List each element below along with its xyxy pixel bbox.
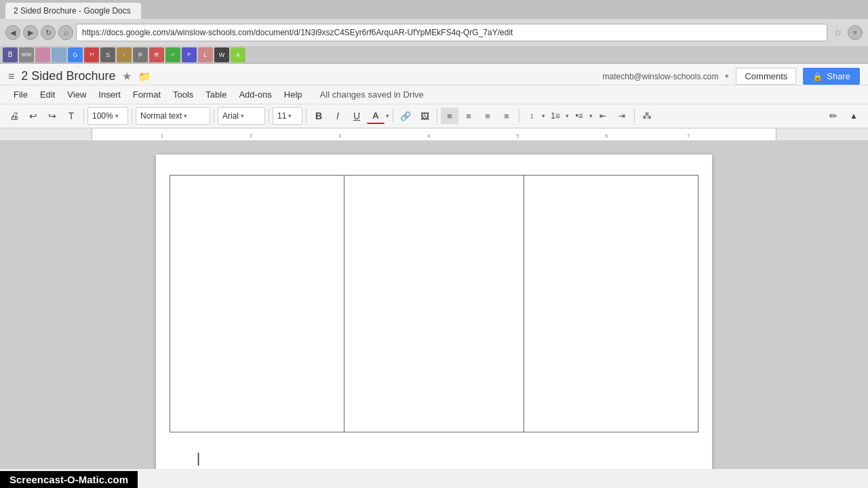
numbered-list-chevron[interactable]: ▾ <box>566 113 569 119</box>
bulleted-list-button[interactable]: •≡ <box>570 108 588 124</box>
user-chevron[interactable]: ▾ <box>725 72 729 81</box>
doc-title[interactable]: 2 Sided Brochure <box>21 69 115 83</box>
redo-button[interactable]: ↪ <box>43 108 61 124</box>
align-left-button[interactable]: ≡ <box>441 108 458 124</box>
align-center-button[interactable]: ≡ <box>460 108 477 124</box>
table-row <box>170 176 698 432</box>
menu-help[interactable]: Help <box>279 87 308 102</box>
document-area[interactable]: | <box>0 141 868 469</box>
ext-icon-5[interactable]: G <box>68 47 83 62</box>
more-formatting-button[interactable]: ⁂ <box>638 108 656 124</box>
underline-button[interactable]: U <box>348 108 366 124</box>
menu-edit[interactable]: Edit <box>35 87 60 102</box>
ext-icon-12[interactable]: P <box>182 47 197 62</box>
ext-icon-1[interactable]: B <box>3 47 18 62</box>
ext-icon-3[interactable] <box>35 47 50 62</box>
ruler-mark-5: 6 <box>605 133 608 139</box>
indent-decrease-button[interactable]: ⇤ <box>594 108 612 124</box>
table-cell-3[interactable] <box>524 176 698 432</box>
zoom-dropdown[interactable]: 100% ▾ <box>87 107 128 125</box>
reload-button[interactable]: ↻ <box>41 25 56 40</box>
ext-icon-4[interactable] <box>52 47 66 62</box>
undo-button[interactable]: ↩ <box>24 108 42 124</box>
ext-icon-11[interactable]: ✓ <box>165 47 180 62</box>
address-bar[interactable]: https://docs.google.com/a/winslow-school… <box>76 24 827 41</box>
size-dropdown[interactable]: 11 ▾ <box>273 107 302 125</box>
style-dropdown[interactable]: Normal text ▾ <box>136 107 210 125</box>
menu-button[interactable]: ≡ <box>848 25 863 40</box>
text-color-chevron[interactable]: ▾ <box>386 113 389 119</box>
ext-icon-10[interactable]: R <box>149 47 164 62</box>
ext-icon-2[interactable]: WW <box>19 47 34 62</box>
italic-button[interactable]: I <box>329 108 347 124</box>
collapse-toolbar-button[interactable]: ▲ <box>845 108 863 124</box>
document-page[interactable]: | <box>156 155 712 469</box>
back-button[interactable]: ◀ <box>5 25 20 40</box>
format-paint-button[interactable]: T <box>62 108 80 124</box>
extensions-bar: B WW G Y! S ↓ P R ✓ P L W A <box>0 46 868 64</box>
bookmark-button[interactable]: ☆ <box>830 25 845 40</box>
toolbar-right: ✏ ▲ <box>825 108 863 124</box>
table-cell-1[interactable] <box>170 176 344 432</box>
insert-image-button[interactable]: 🖼 <box>416 108 433 124</box>
share-button[interactable]: 🔒 Share <box>803 68 860 85</box>
numbered-list-button[interactable]: 1≡ <box>547 108 564 124</box>
ext-icon-6[interactable]: Y! <box>84 47 99 62</box>
ruler-mark-3: 4 <box>427 133 430 139</box>
menu-tools[interactable]: Tools <box>167 87 199 102</box>
document-table[interactable] <box>170 175 698 432</box>
style-value: Normal text <box>140 111 182 121</box>
active-tab[interactable]: 2 Sided Brochure - Google Docs <box>5 3 141 19</box>
separator-9 <box>634 109 635 123</box>
font-chevron: ▾ <box>241 113 244 119</box>
share-label: Share <box>827 71 850 81</box>
menu-bar: File Edit View Insert Format Tools Table… <box>0 85 868 104</box>
ruler-inner: 1 2 3 4 5 6 7 <box>92 129 776 140</box>
menu-table[interactable]: Table <box>200 87 232 102</box>
hamburger-icon[interactable]: ≡ <box>8 70 14 83</box>
print-button[interactable]: 🖨 <box>5 108 23 124</box>
bold-button[interactable]: B <box>310 108 328 124</box>
ext-icon-7[interactable]: S <box>100 47 115 62</box>
folder-icon[interactable]: 📁 <box>138 70 151 83</box>
ext-icon-8[interactable]: ↓ <box>117 47 132 62</box>
watermark: Screencast-O-Matic.com <box>0 471 138 488</box>
separator-6 <box>393 109 393 123</box>
zoom-value: 100% <box>92 111 113 121</box>
insert-link-button[interactable]: 🔗 <box>397 108 414 124</box>
font-value: Arial <box>222 111 239 121</box>
menu-format[interactable]: Format <box>127 87 166 102</box>
forward-button[interactable]: ▶ <box>23 25 38 40</box>
ext-icon-9[interactable]: P <box>133 47 148 62</box>
bulleted-list-chevron[interactable]: ▾ <box>589 113 593 119</box>
separator-2 <box>132 109 132 123</box>
line-spacing-chevron[interactable]: ▾ <box>542 113 545 119</box>
justify-button[interactable]: ≡ <box>498 108 515 124</box>
share-lock-icon: 🔒 <box>812 72 823 81</box>
ext-icon-15[interactable]: A <box>231 47 245 62</box>
home-button[interactable]: ⌂ <box>58 25 73 40</box>
tab-label: 2 Sided Brochure - Google Docs <box>14 6 131 16</box>
comments-button[interactable]: Comments <box>736 68 796 85</box>
url-text: https://docs.google.com/a/winslow-school… <box>82 28 513 37</box>
menu-file[interactable]: File <box>8 87 33 102</box>
app-topbar: ≡ 2 Sided Brochure ★ 📁 matechb@winslow-s… <box>0 64 868 85</box>
line-spacing-button[interactable]: ↕ <box>523 108 540 124</box>
menu-insert[interactable]: Insert <box>93 87 126 102</box>
menu-addons[interactable]: Add-ons <box>233 87 277 102</box>
ext-icon-13[interactable]: L <box>198 47 213 62</box>
edit-mode-button[interactable]: ✏ <box>825 108 842 124</box>
menu-view[interactable]: View <box>62 87 92 102</box>
ext-icon-14[interactable]: W <box>214 47 229 62</box>
separator-5 <box>306 109 307 123</box>
separator-7 <box>437 109 437 123</box>
align-right-button[interactable]: ≡ <box>479 108 496 124</box>
table-cell-2[interactable] <box>344 176 524 432</box>
text-color-button[interactable]: A <box>367 108 384 124</box>
star-icon[interactable]: ★ <box>122 70 132 83</box>
font-dropdown[interactable]: Arial ▾ <box>218 107 265 125</box>
separator-8 <box>519 109 519 123</box>
browser-toolbar: ◀ ▶ ↻ ⌂ https://docs.google.com/a/winslo… <box>0 19 868 46</box>
ruler-mark-0: 1 <box>161 133 163 139</box>
indent-increase-button[interactable]: ⇥ <box>613 108 631 124</box>
